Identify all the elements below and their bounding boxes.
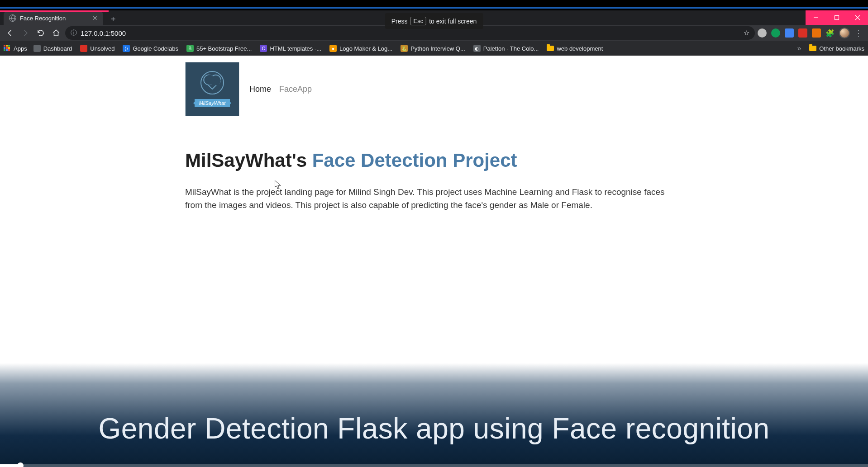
folder-icon bbox=[547, 46, 554, 51]
window-close-button[interactable] bbox=[847, 10, 868, 25]
bookmarks-overflow-icon[interactable]: » bbox=[795, 44, 803, 52]
site-nav: Home FaceApp bbox=[249, 85, 312, 94]
bookmark-label: Python Interview Q... bbox=[410, 45, 465, 52]
favicon-icon: C bbox=[260, 45, 267, 52]
bookmark-label: Dashboard bbox=[43, 45, 72, 52]
nav-faceapp[interactable]: FaceApp bbox=[279, 85, 312, 94]
folder-icon bbox=[809, 46, 816, 51]
bookmark-label: Google Codelabs bbox=[133, 45, 178, 52]
title-accent: Face Detection Project bbox=[312, 150, 517, 171]
bookmark-label: Unsolved bbox=[90, 45, 114, 52]
tab-loading-accent bbox=[0, 10, 109, 12]
favicon-icon bbox=[80, 45, 87, 52]
ext-icon-1[interactable] bbox=[758, 28, 767, 38]
favicon-icon bbox=[33, 45, 41, 52]
video-caption-text: Gender Detection Flask app using Face re… bbox=[98, 412, 769, 445]
page-container: MilSayWhat Home FaceApp MilSayWhat's Fac… bbox=[185, 56, 683, 212]
star-icon[interactable]: ☆ bbox=[744, 29, 749, 37]
page-description: MilSayWhat is the project landing page f… bbox=[185, 186, 683, 212]
url-text: 127.0.0.1:5000 bbox=[81, 29, 126, 37]
logo-circle-icon bbox=[200, 71, 224, 94]
video-seek-bar[interactable] bbox=[0, 464, 868, 467]
logo-ribbon: MilSayWhat bbox=[195, 99, 230, 107]
bookmark-label: Logo Maker & Log... bbox=[339, 45, 392, 52]
apps-shortcut[interactable]: Apps bbox=[4, 45, 27, 52]
bookmark-item[interactable]: ⟨⟩Google Codelabs bbox=[123, 45, 178, 52]
esc-key-icon: Esc bbox=[410, 17, 427, 25]
site-logo[interactable]: MilSayWhat bbox=[185, 62, 239, 116]
favicon-icon: 🐍 bbox=[401, 45, 408, 52]
globe-icon bbox=[9, 14, 16, 22]
apps-label: Apps bbox=[14, 45, 27, 52]
page-viewport: MilSayWhat Home FaceApp MilSayWhat's Fac… bbox=[0, 56, 868, 467]
video-top-accent bbox=[0, 7, 868, 9]
bookmark-label: HTML templates -... bbox=[270, 45, 321, 52]
close-tab-icon[interactable]: ✕ bbox=[92, 14, 98, 22]
menu-icon[interactable]: ⋮ bbox=[854, 28, 863, 38]
reload-button[interactable] bbox=[34, 27, 47, 39]
window-controls bbox=[806, 10, 868, 25]
svg-rect-1 bbox=[835, 16, 839, 20]
home-button[interactable] bbox=[50, 27, 62, 39]
favicon-icon: ◐ bbox=[473, 45, 481, 52]
bookmark-item[interactable]: CHTML templates -... bbox=[260, 45, 321, 52]
apps-grid-icon bbox=[4, 45, 11, 52]
site-info-icon[interactable]: ⓘ bbox=[71, 29, 77, 37]
video-seek-progress bbox=[0, 464, 21, 467]
toolbar-right: 🧩 ⋮ bbox=[758, 28, 864, 38]
logo-heart-icon bbox=[205, 75, 219, 90]
favicon-icon: ● bbox=[329, 45, 337, 52]
letterbox-top bbox=[0, 0, 868, 10]
video-caption-bar: Gender Detection Flask app using Face re… bbox=[0, 363, 868, 467]
tab-title: Face Recognition bbox=[20, 15, 66, 22]
hero-section: MilSayWhat's Face Detection Project MilS… bbox=[185, 123, 683, 212]
hint-post: to exit full screen bbox=[429, 18, 477, 25]
profile-avatar[interactable] bbox=[839, 28, 850, 38]
nav-home[interactable]: Home bbox=[249, 85, 271, 94]
bookmark-label: web development bbox=[557, 45, 603, 52]
browser-tab[interactable]: Face Recognition ✕ bbox=[4, 11, 103, 25]
fullscreen-hint: Press Esc to exit full screen bbox=[385, 13, 483, 29]
bookmark-label: Paletton - The Colo... bbox=[483, 45, 539, 52]
ext-icon-3[interactable] bbox=[785, 28, 794, 38]
bookmark-item[interactable]: web development bbox=[547, 45, 603, 52]
favicon-icon: B bbox=[186, 45, 194, 52]
ext-icon-2[interactable] bbox=[771, 28, 780, 38]
site-header: MilSayWhat Home FaceApp bbox=[185, 56, 683, 123]
browser-chrome: Face Recognition ✕ ＋ Press Esc to exit f… bbox=[0, 10, 868, 56]
window-maximize-button[interactable] bbox=[826, 10, 847, 25]
hint-pre: Press bbox=[391, 18, 408, 25]
bookmark-item[interactable]: Unsolved bbox=[80, 45, 114, 52]
new-tab-button[interactable]: ＋ bbox=[107, 12, 119, 25]
ext-icon-4[interactable] bbox=[798, 28, 807, 38]
ext-icon-5[interactable] bbox=[812, 28, 821, 38]
bookmark-item[interactable]: 🐍Python Interview Q... bbox=[401, 45, 465, 52]
bookmark-items: DashboardUnsolved⟨⟩Google CodelabsB55+ B… bbox=[33, 45, 603, 52]
back-button[interactable] bbox=[4, 27, 16, 39]
bookmark-label: 55+ Bootstrap Free... bbox=[196, 45, 252, 52]
page-title: MilSayWhat's Face Detection Project bbox=[185, 150, 683, 171]
bookmark-item[interactable]: Dashboard bbox=[33, 45, 72, 52]
title-prefix: MilSayWhat's bbox=[185, 150, 312, 171]
forward-button[interactable] bbox=[19, 27, 32, 39]
bookmarks-bar: Apps DashboardUnsolved⟨⟩Google CodelabsB… bbox=[0, 41, 868, 56]
bookmark-item[interactable]: B55+ Bootstrap Free... bbox=[186, 45, 252, 52]
favicon-icon: ⟨⟩ bbox=[123, 45, 130, 52]
bookmark-item[interactable]: ◐Paletton - The Colo... bbox=[473, 45, 539, 52]
other-bookmarks[interactable]: Other bookmarks bbox=[809, 45, 864, 52]
window-minimize-button[interactable] bbox=[806, 10, 826, 25]
other-bookmarks-label: Other bookmarks bbox=[819, 45, 864, 52]
extensions-icon[interactable]: 🧩 bbox=[825, 29, 835, 38]
bookmark-item[interactable]: ●Logo Maker & Log... bbox=[329, 45, 392, 52]
